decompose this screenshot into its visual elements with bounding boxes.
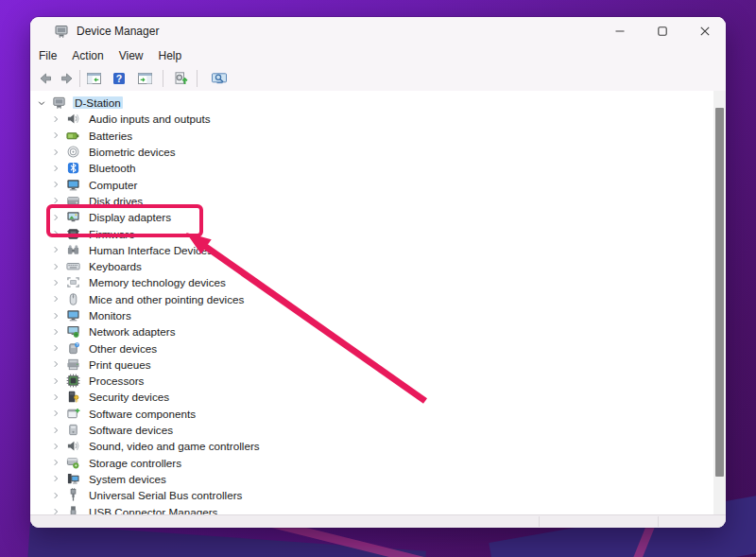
chevron-down-icon[interactable] — [36, 97, 47, 109]
chevron-right-icon[interactable] — [50, 310, 61, 322]
tree-item-display-adapters[interactable]: Display adapters — [30, 209, 726, 225]
tree-item-system-devices[interactable]: System devices — [30, 471, 726, 487]
memory-card-icon — [66, 275, 81, 289]
tree-item-print-queues[interactable]: Print queues — [30, 357, 726, 373]
show-action-pane-button[interactable] — [134, 68, 155, 89]
tree-item-processors[interactable]: Processors — [30, 373, 726, 389]
chevron-right-icon[interactable] — [50, 130, 61, 141]
chevron-right-icon[interactable] — [50, 342, 61, 354]
chevron-right-icon[interactable] — [50, 261, 61, 272]
menu-file[interactable]: File — [31, 47, 64, 64]
tree-item-label: D-Station — [73, 96, 123, 109]
chevron-right-icon[interactable] — [50, 212, 61, 223]
tree-item-monitors[interactable]: Monitors — [30, 307, 726, 323]
storage-controller-icon — [66, 456, 81, 470]
scan-hardware-changes-icon — [211, 71, 229, 86]
menu-view[interactable]: View — [112, 47, 151, 64]
bluetooth-icon — [66, 161, 81, 175]
scan-hardware-changes-button[interactable] — [209, 68, 230, 89]
tree-item-label: Display adapters — [87, 211, 173, 223]
chevron-right-icon[interactable] — [50, 147, 61, 158]
chevron-right-icon[interactable] — [50, 244, 61, 255]
tree-item-label: Monitors — [87, 309, 133, 322]
close-button[interactable] — [683, 17, 726, 45]
chevron-right-icon[interactable] — [50, 326, 61, 338]
device-manager-window: Device Manager File Action View Help — [30, 17, 726, 528]
toolbar-separator — [163, 70, 163, 87]
back-button[interactable] — [35, 68, 56, 89]
tree-item-d-station[interactable]: D-Station — [30, 95, 726, 111]
tree-item-batteries[interactable]: Batteries — [30, 128, 726, 144]
tree-item-disk-drives[interactable]: Disk drives — [30, 193, 726, 209]
tree-item-security-devices[interactable]: Security devices — [30, 389, 726, 405]
tree-item-other-devices[interactable]: ?Other devices — [30, 339, 726, 356]
tree-item-label: Print queues — [87, 358, 153, 371]
unknown-device-icon: ? — [66, 341, 81, 356]
update-driver-button[interactable] — [170, 68, 191, 89]
tree-item-label: Memory technology devices — [87, 276, 228, 288]
network-adapter-icon — [66, 324, 81, 339]
chevron-right-icon[interactable] — [50, 179, 61, 190]
tree-item-audio-inputs-and-outputs[interactable]: Audio inputs and outputs — [30, 111, 726, 127]
tree-item-label: Batteries — [87, 130, 134, 142]
scrollbar-thumb[interactable] — [715, 108, 724, 477]
chevron-right-icon[interactable] — [50, 277, 61, 288]
chevron-right-icon[interactable] — [50, 441, 61, 452]
chevron-right-icon[interactable] — [50, 457, 61, 468]
chevron-right-icon[interactable] — [50, 473, 61, 484]
chevron-right-icon[interactable] — [50, 195, 61, 206]
tree-item-software-devices[interactable]: Software devices — [30, 422, 726, 438]
chevron-right-icon[interactable] — [50, 358, 61, 370]
computer-icon — [66, 178, 81, 192]
minimize-button[interactable] — [598, 17, 641, 45]
tree-item-human-interface-devices[interactable]: Human Interface Devices — [30, 242, 726, 258]
menu-action[interactable]: Action — [64, 47, 111, 64]
hid-icon — [66, 243, 81, 257]
show-console-tree-button[interactable] — [83, 68, 104, 89]
processor-icon — [66, 374, 81, 388]
tree-item-label: Sound, video and game controllers — [87, 440, 262, 452]
menu-help[interactable]: Help — [151, 47, 190, 64]
chevron-right-icon[interactable] — [50, 490, 61, 501]
chevron-right-icon[interactable] — [50, 392, 61, 403]
software-device-icon — [66, 423, 81, 437]
tree-item-sound-video-and-game-controllers[interactable]: Sound, video and game controllers — [30, 438, 726, 454]
tree-item-label: Audio inputs and outputs — [87, 113, 213, 125]
maximize-button[interactable] — [641, 17, 683, 45]
tree-item-firmware[interactable]: Firmware — [30, 225, 726, 241]
chevron-right-icon[interactable] — [50, 375, 61, 387]
tree-item-memory-technology-devices[interactable]: Memory technology devices — [30, 274, 726, 290]
tree-item-label: Software devices — [87, 424, 175, 436]
help-button[interactable]: ? — [109, 68, 129, 89]
security-key-icon — [66, 390, 81, 404]
tree-item-biometric-devices[interactable]: Biometric devices — [30, 144, 726, 160]
mouse-icon — [66, 292, 81, 306]
tree-item-label: Software components — [87, 408, 198, 420]
tree-item-software-components[interactable]: Software components — [30, 406, 726, 422]
speaker-icon — [66, 112, 81, 126]
tree-item-label: Security devices — [87, 391, 171, 403]
tree-item-universal-serial-bus-controllers[interactable]: Universal Serial Bus controllers — [30, 487, 726, 503]
vertical-scrollbar[interactable] — [713, 91, 726, 515]
wallpaper-shape — [27, 523, 426, 557]
chevron-right-icon[interactable] — [50, 408, 61, 419]
tree-item-keyboards[interactable]: Keyboards — [30, 258, 726, 274]
display-adapter-icon — [66, 210, 81, 224]
chevron-right-icon[interactable] — [50, 113, 61, 125]
tree-item-mice-and-other-pointing-devices[interactable]: Mice and other pointing devices — [30, 291, 726, 307]
chevron-right-icon[interactable] — [50, 425, 61, 436]
tree-item-label: System devices — [87, 473, 168, 485]
sound-controller-icon — [66, 439, 81, 453]
tree-item-computer[interactable]: Computer — [30, 176, 726, 192]
chevron-right-icon[interactable] — [50, 293, 61, 305]
tree-item-bluetooth[interactable]: Bluetooth — [30, 160, 726, 176]
battery-icon — [66, 129, 81, 143]
tree-item-storage-controllers[interactable]: Storage controllers — [30, 455, 726, 471]
menu-bar: File Action View Help — [30, 45, 726, 66]
forward-button[interactable] — [56, 68, 77, 89]
chevron-right-icon[interactable] — [50, 163, 61, 174]
tree-item-network-adapters[interactable]: Network adapters — [30, 323, 726, 339]
show-console-tree-icon — [86, 71, 102, 86]
chevron-right-icon[interactable] — [50, 228, 61, 239]
svg-text:?: ? — [116, 73, 122, 84]
